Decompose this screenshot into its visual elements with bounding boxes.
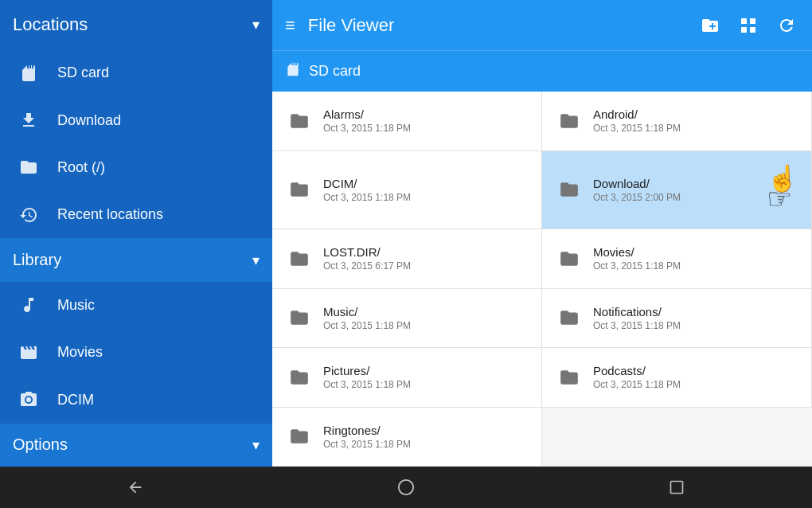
file-info-alarms: Alarms/ Oct 3, 2015 1:18 PM (323, 107, 411, 134)
sd-card-icon (16, 64, 41, 83)
music-label: Music (57, 297, 95, 314)
file-info-ringtones: Ringtones/ Oct 3, 2015 1:18 PM (323, 424, 411, 450)
file-item-lost-dir[interactable]: LOST.DIR/ Oct 3, 2015 6:17 PM (272, 229, 542, 289)
file-date-pictures: Oct 3, 2015 1:18 PM (323, 379, 411, 390)
file-name-pictures: Pictures/ (323, 364, 411, 377)
file-item-alarms[interactable]: Alarms/ Oct 3, 2015 1:18 PM (272, 92, 542, 151)
main-area: Locations ▾ SD card Downlo (0, 0, 812, 467)
file-name-music: Music/ (323, 305, 411, 318)
cursor-indicator: ☝ ☞ (767, 166, 798, 213)
file-item-podcasts[interactable]: Podcasts/ Oct 3, 2015 1:18 PM (542, 348, 812, 408)
sidebar-item-sd-card[interactable]: SD card (0, 49, 272, 96)
file-info-android: Android/ Oct 3, 2015 1:18 PM (593, 107, 681, 134)
svg-rect-1 (671, 482, 683, 494)
file-date-download: Oct 3, 2015 2:00 PM (593, 192, 681, 203)
new-folder-button[interactable] (697, 13, 723, 38)
file-name-movies: Movies/ (593, 245, 681, 259)
file-info-dcim: DCIM/ Oct 3, 2015 1:18 PM (323, 177, 411, 203)
sidebar: Locations ▾ SD card Downlo (0, 0, 272, 467)
file-date-movies: Oct 3, 2015 1:18 PM (593, 260, 681, 272)
file-item-download[interactable]: Download/ Oct 3, 2015 2:00 PM ☝ ☞ (542, 151, 812, 230)
file-info-download: Download/ Oct 3, 2015 2:00 PM (593, 177, 681, 203)
sidebar-library-header[interactable]: Library ▾ (0, 238, 272, 281)
file-name-ringtones: Ringtones/ (323, 424, 411, 437)
file-name-download: Download/ (593, 177, 681, 190)
root-label: Root (/) (57, 159, 105, 176)
sd-card-breadcrumb-icon (285, 61, 301, 81)
file-info-lost-dir: LOST.DIR/ Oct 3, 2015 6:17 PM (323, 245, 411, 272)
file-date-android: Oct 3, 2015 1:18 PM (593, 123, 681, 134)
file-date-alarms: Oct 3, 2015 1:18 PM (323, 123, 411, 134)
dcim-label: DCIM (57, 392, 94, 408)
folder-icon-movies (555, 244, 584, 273)
file-name-dcim: DCIM/ (323, 177, 411, 190)
root-folder-icon (16, 158, 41, 177)
file-item-empty (542, 408, 812, 467)
sd-card-label: SD card (57, 64, 109, 81)
file-item-music[interactable]: Music/ Oct 3, 2015 1:18 PM (272, 289, 542, 349)
sidebar-item-music[interactable]: Music (0, 282, 272, 329)
toolbar-actions (697, 13, 799, 38)
file-date-music: Oct 3, 2015 1:18 PM (323, 320, 411, 331)
movies-icon (16, 343, 41, 362)
sidebar-title: Locations (13, 14, 88, 35)
folder-icon-alarms (285, 107, 314, 135)
folder-icon-download (555, 175, 584, 204)
file-info-movies: Movies/ Oct 3, 2015 1:18 PM (593, 245, 681, 272)
download-label: Download (57, 112, 121, 129)
folder-icon-ringtones (285, 422, 314, 451)
folder-icon-pictures (285, 363, 314, 392)
file-name-notifications: Notifications/ (593, 305, 681, 318)
options-title: Options (13, 436, 68, 454)
file-date-ringtones: Oct 3, 2015 1:18 PM (323, 439, 411, 450)
file-grid: Alarms/ Oct 3, 2015 1:18 PM Android/ Oct… (272, 92, 812, 467)
content-area: ≡ File Viewer (272, 0, 812, 467)
file-date-notifications: Oct 3, 2015 1:18 PM (593, 320, 681, 331)
music-icon (16, 295, 41, 315)
file-item-android[interactable]: Android/ Oct 3, 2015 1:18 PM (542, 92, 812, 151)
movies-label: Movies (57, 344, 103, 361)
options-arrow: ▾ (252, 436, 260, 454)
sidebar-item-download[interactable]: Download (0, 97, 272, 144)
file-info-music: Music/ Oct 3, 2015 1:18 PM (323, 305, 411, 331)
sidebar-item-movies[interactable]: Movies (0, 329, 272, 376)
svg-point-0 (399, 480, 413, 494)
folder-icon-podcasts (555, 363, 584, 392)
file-name-alarms: Alarms/ (323, 107, 411, 121)
library-title: Library (13, 251, 61, 269)
sidebar-options-header[interactable]: Options ▾ (0, 424, 272, 467)
back-button[interactable] (0, 467, 271, 508)
grid-view-button[interactable] (736, 13, 761, 38)
file-item-ringtones[interactable]: Ringtones/ Oct 3, 2015 1:18 PM (272, 408, 542, 467)
sidebar-item-root[interactable]: Root (/) (0, 144, 272, 191)
breadcrumb-bar: SD card (272, 50, 812, 92)
file-date-podcasts: Oct 3, 2015 1:18 PM (593, 379, 681, 390)
sidebar-locations-header[interactable]: Locations ▾ (0, 0, 272, 49)
folder-icon-android (555, 107, 584, 135)
library-arrow: ▾ (252, 252, 260, 269)
dcim-icon (16, 390, 41, 409)
sidebar-item-recent[interactable]: Recent locations (0, 191, 272, 238)
file-name-android: Android/ (593, 107, 681, 121)
bottom-navigation (0, 467, 812, 508)
refresh-button[interactable] (774, 13, 799, 38)
folder-icon-dcim (285, 175, 314, 204)
file-item-movies[interactable]: Movies/ Oct 3, 2015 1:18 PM (542, 229, 812, 289)
file-item-dcim[interactable]: DCIM/ Oct 3, 2015 1:18 PM (272, 151, 542, 230)
menu-icon[interactable]: ≡ (285, 15, 295, 36)
file-name-podcasts: Podcasts/ (593, 364, 681, 377)
recent-label: Recent locations (57, 206, 163, 223)
folder-icon-notifications (555, 303, 584, 332)
file-name-lost-dir: LOST.DIR/ (323, 245, 411, 259)
file-info-notifications: Notifications/ Oct 3, 2015 1:18 PM (593, 305, 681, 331)
file-item-notifications[interactable]: Notifications/ Oct 3, 2015 1:18 PM (542, 289, 812, 349)
recent-apps-button[interactable] (541, 467, 812, 508)
sidebar-item-dcim[interactable]: DCIM (0, 376, 272, 423)
file-info-pictures: Pictures/ Oct 3, 2015 1:18 PM (323, 364, 411, 390)
file-item-pictures[interactable]: Pictures/ Oct 3, 2015 1:18 PM (272, 348, 542, 408)
file-info-podcasts: Podcasts/ Oct 3, 2015 1:18 PM (593, 364, 681, 390)
recent-icon (16, 205, 41, 225)
app-container: Locations ▾ SD card Downlo (0, 0, 812, 508)
home-button[interactable] (271, 467, 541, 508)
download-icon (16, 111, 41, 130)
